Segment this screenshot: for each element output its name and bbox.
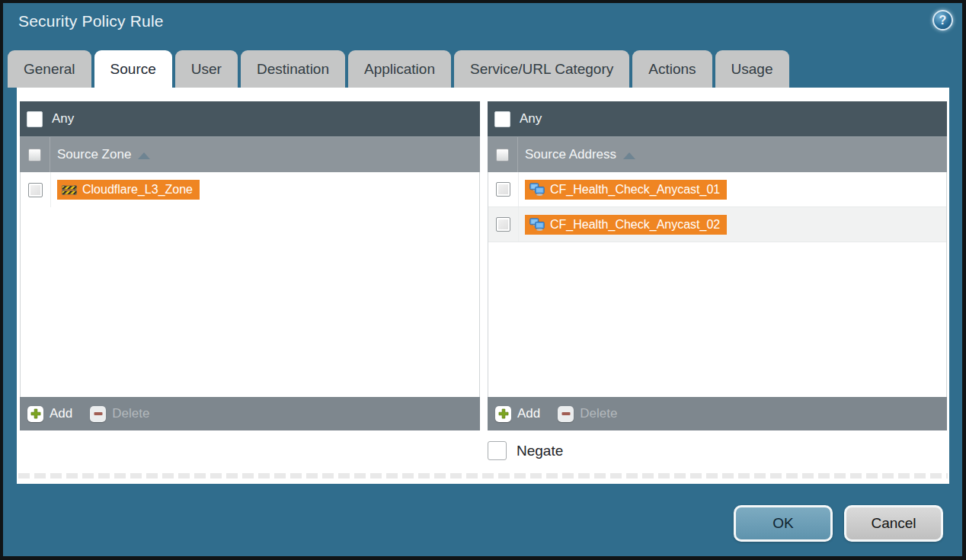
source-zone-list: Cloudflare_L3_Zone [20,172,480,397]
negate-label: Negate [517,443,563,459]
tab-application[interactable]: Application [348,50,451,88]
security-policy-rule-dialog: Security Policy Rule ? General Source Us… [0,0,966,560]
cancel-button[interactable]: Cancel [844,505,943,542]
select-all-cell [20,137,50,172]
address-icon [529,183,545,196]
dialog-title: Security Policy Rule [18,12,164,30]
delete-minus-icon [90,406,106,422]
source-address-select-all-checkbox[interactable] [496,149,509,162]
add-button[interactable]: Add [27,406,72,422]
source-zone-panel: Any Source Zone [20,101,480,430]
source-tab-content: Any Source Zone [17,88,949,484]
source-address-entry-label: CF_Health_Check_Anycast_01 [550,183,720,197]
source-zone-any-header: Any [20,101,480,136]
tab-general[interactable]: General [8,50,91,88]
source-zone-footer: Add Delete [20,397,480,430]
table-row[interactable]: Cloudflare_L3_Zone [21,172,479,207]
add-plus-icon [495,406,511,422]
tab-strip: General Source User Destination Applicat… [8,50,789,88]
source-zone-column-label: Source Zone [57,147,131,162]
source-address-any-header: Any [488,101,947,136]
source-address-entry[interactable]: CF_Health_Check_Anycast_02 [525,215,727,235]
row-checkbox-cell [21,172,51,207]
address-icon [529,218,545,231]
add-plus-icon [27,406,43,422]
row-checkbox[interactable] [496,217,510,232]
source-address-any-label: Any [520,111,542,126]
source-address-column-header[interactable]: Source Address [488,136,947,172]
source-address-entry-label: CF_Health_Check_Anycast_02 [550,218,720,232]
add-button-label: Add [50,406,72,421]
source-address-any-checkbox[interactable] [494,111,510,127]
row-checkbox-cell [488,207,519,242]
source-address-list: CF_Health_Check_Anycast_01 [488,172,947,397]
sort-ascending-icon [138,152,150,159]
table-row[interactable]: CF_Health_Check_Anycast_02 [488,207,946,242]
tab-service-url-category[interactable]: Service/URL Category [454,50,629,88]
source-zone-entry[interactable]: Cloudflare_L3_Zone [57,180,200,200]
tab-usage[interactable]: Usage [715,50,789,88]
ok-button[interactable]: OK [734,505,833,542]
tab-destination[interactable]: Destination [241,50,345,88]
delete-button-label: Delete [580,406,617,421]
row-checkbox[interactable] [28,183,43,197]
sort-ascending-icon [623,152,635,159]
source-zone-entry-label: Cloudflare_L3_Zone [82,183,193,197]
source-zone-column-header[interactable]: Source Zone [20,136,480,172]
add-button[interactable]: Add [495,406,540,422]
source-zone-any-checkbox[interactable] [27,111,43,127]
source-zone-any-label: Any [52,111,74,126]
delete-minus-icon [558,406,574,422]
row-checkbox-cell [488,172,519,206]
source-address-entry[interactable]: CF_Health_Check_Anycast_01 [525,180,727,200]
help-icon[interactable]: ? [932,10,953,30]
source-address-column-label: Source Address [525,147,616,162]
add-button-label: Add [517,406,540,421]
table-row[interactable]: CF_Health_Check_Anycast_01 [488,172,946,207]
source-address-panel: Any Source Address [488,101,947,430]
source-zone-select-all-checkbox[interactable] [28,149,41,162]
zone-icon [62,184,77,196]
delete-button[interactable]: Delete [558,406,617,422]
delete-button-label: Delete [112,406,149,421]
tab-actions[interactable]: Actions [632,50,712,88]
row-checkbox[interactable] [496,182,510,197]
tab-user[interactable]: User [175,50,238,88]
delete-button[interactable]: Delete [90,406,149,422]
tab-source[interactable]: Source [94,50,172,88]
source-address-footer: Add Delete [488,397,947,430]
select-all-cell [488,137,518,172]
negate-checkbox[interactable] [488,441,507,460]
negate-row: Negate [488,441,563,460]
resize-grip [18,473,948,478]
